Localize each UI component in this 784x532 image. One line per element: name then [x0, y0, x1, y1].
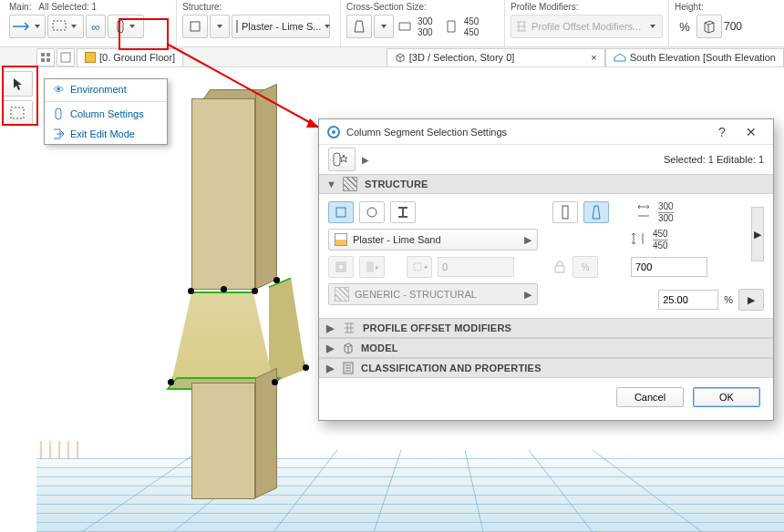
- structure-material-combo[interactable]: Plaster - Lime S...: [232, 15, 330, 38]
- percent-more[interactable]: ▶: [738, 289, 764, 311]
- svg-rect-33: [562, 206, 568, 219]
- view-plane-icon[interactable]: [57, 48, 75, 66]
- svg-rect-26: [334, 153, 340, 166]
- link-toggle[interactable]: ∞: [86, 15, 106, 38]
- help-button[interactable]: ?: [707, 121, 737, 143]
- cross-w1: 300: [418, 16, 433, 26]
- cancel-button[interactable]: Cancel: [616, 387, 684, 407]
- eye-icon: 👁: [52, 83, 65, 96]
- taper-shape[interactable]: [346, 15, 372, 38]
- svg-rect-1: [118, 20, 123, 33]
- profile-offset-modifiers-button: Profile Offset Modifiers...: [511, 15, 663, 38]
- hatch-icon: [343, 177, 357, 191]
- context-menu: 👁Environment Column Settings Exit Edit M…: [44, 78, 168, 145]
- percent-input[interactable]: [658, 290, 718, 310]
- floor-plan-icon: [85, 52, 96, 63]
- column-tool[interactable]: [108, 15, 144, 38]
- tab-south-elevation[interactable]: South Elevation [South Elevation: [605, 48, 784, 66]
- panel-offset-header[interactable]: ▶ PROFILE OFFSET MODIFIERS: [319, 318, 773, 338]
- cross-h2: 450: [464, 27, 480, 37]
- svg-marker-23: [306, 118, 319, 128]
- app-icon: [326, 125, 341, 139]
- height-label: Height:: [675, 2, 742, 12]
- ctx-column-settings[interactable]: Column Settings: [45, 104, 167, 124]
- selection-arrow-tool[interactable]: [9, 15, 46, 38]
- svg-rect-3: [41, 53, 45, 56]
- column-icon: [52, 107, 65, 120]
- shape-rect-button[interactable]: [328, 201, 354, 223]
- house-icon: [614, 53, 626, 62]
- column-3d-model[interactable]: [191, 89, 310, 499]
- svg-rect-32: [414, 263, 421, 271]
- material-dropdown[interactable]: Plaster - Lime Sand ▶: [328, 229, 538, 251]
- svg-line-22: [167, 44, 319, 128]
- tapered-button[interactable]: [583, 201, 609, 223]
- marquee-tool[interactable]: [47, 15, 84, 38]
- svg-rect-6: [46, 58, 50, 62]
- svg-line-12: [374, 450, 401, 532]
- tab-3d-selection[interactable]: [3D / Selection, Story 0]×: [387, 48, 605, 66]
- modifiers-icon: [515, 20, 528, 33]
- cross-w2: 300: [418, 27, 433, 37]
- svg-rect-7: [61, 53, 70, 62]
- height-icon: [442, 15, 462, 38]
- panel-structure-body: Plaster - Lime Sand ▶ ▸ + GENERIC - STRU…: [319, 194, 773, 318]
- plaster-swatch-icon: [335, 233, 347, 246]
- tab-row: [0. Ground Floor] [3D / Selection, Story…: [0, 47, 784, 67]
- cube-icon: [395, 52, 406, 63]
- annotation-arrow: [167, 44, 331, 135]
- marquee-rail-tool[interactable]: [2, 100, 33, 126]
- svg-point-25: [332, 130, 335, 134]
- arrow-tool[interactable]: [2, 71, 33, 97]
- svg-rect-8: [11, 107, 24, 118]
- favorites-button[interactable]: [328, 148, 356, 171]
- dialog-titlebar[interactable]: Column Segment Selection Settings ? ✕: [319, 119, 773, 145]
- uniform-taper-button[interactable]: [552, 201, 578, 223]
- svg-rect-31: [366, 261, 374, 272]
- panel-model-header[interactable]: ▶ MODEL: [319, 338, 773, 358]
- svg-rect-5: [41, 58, 45, 62]
- offset-panel-icon: [343, 322, 356, 334]
- model-panel-icon: [343, 342, 354, 354]
- ok-button[interactable]: OK: [693, 387, 760, 407]
- taper-shape-drop[interactable]: [374, 15, 394, 38]
- svg-rect-0: [53, 21, 66, 30]
- svg-rect-21: [56, 108, 61, 119]
- structure-shape[interactable]: [182, 15, 208, 38]
- close-tab-icon[interactable]: ×: [591, 52, 596, 63]
- ctx-environment[interactable]: 👁Environment: [45, 79, 167, 99]
- width-dim-icon: [636, 204, 653, 220]
- height-lock[interactable]: %: [675, 15, 695, 38]
- svg-line-13: [465, 450, 483, 532]
- close-button[interactable]: ✕: [737, 121, 766, 143]
- left-tool-rail: [0, 69, 36, 128]
- svg-rect-4: [46, 53, 50, 56]
- cross-section-label: Cross-Section Size:: [346, 2, 499, 12]
- svg-point-28: [367, 208, 377, 217]
- settings-dialog: Column Segment Selection Settings ? ✕ ▶ …: [318, 118, 774, 421]
- expand-side-button[interactable]: ▶: [751, 207, 764, 261]
- hatch-icon: [335, 287, 349, 302]
- width-icon: [396, 15, 416, 38]
- shape-ibeam-button[interactable]: [390, 201, 416, 223]
- core-toggle: [328, 256, 354, 278]
- ctx-exit-edit[interactable]: Exit Edit Mode: [45, 124, 167, 144]
- structure-shape-drop[interactable]: [210, 15, 230, 38]
- cross-h1: 450: [464, 16, 480, 26]
- view-grid-icon[interactable]: [36, 48, 55, 66]
- height-input[interactable]: [631, 257, 707, 277]
- generic-structural-dropdown[interactable]: GENERIC - STRUCTURAL ▶: [328, 283, 538, 305]
- all-selected-label: All Selected: 1: [38, 2, 97, 12]
- shape-circle-button[interactable]: [359, 201, 385, 223]
- height-dim-icon: [631, 231, 647, 248]
- top-toolbar: Main: All Selected: 1 ∞ Structure: Plast…: [0, 0, 784, 47]
- height-3d-icon[interactable]: [696, 15, 722, 38]
- panel-structure-header[interactable]: ▼ STRUCTURE: [319, 174, 773, 194]
- selected-count: Selected: 1 Editable: 1: [664, 154, 764, 165]
- lock-icon: [552, 260, 567, 274]
- plaster-swatch-icon: [236, 20, 238, 33]
- offset-icon: +: [407, 256, 432, 278]
- structure-label: Structure:: [182, 2, 335, 12]
- panel-class-header[interactable]: ▶ CLASSIFICATION AND PROPERTIES: [319, 358, 773, 378]
- modifiers-label: Profile Modifiers:: [511, 2, 663, 12]
